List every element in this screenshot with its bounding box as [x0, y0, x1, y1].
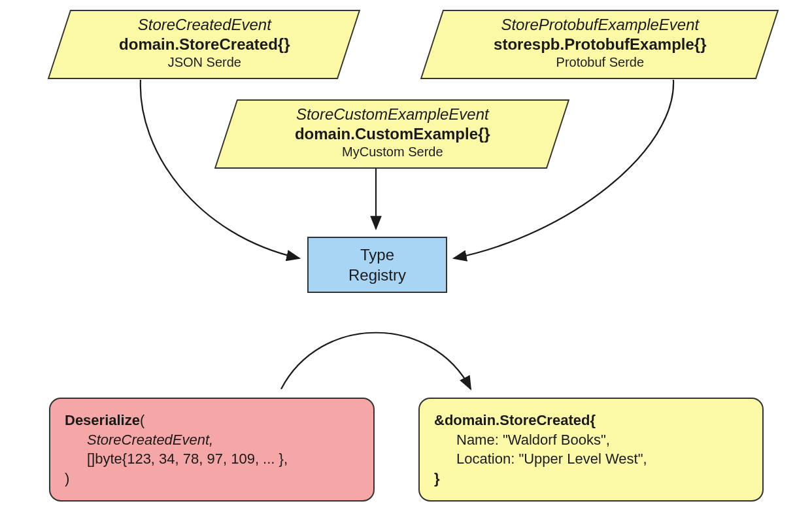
- event-custom-title: StoreCustomExampleEvent: [228, 105, 558, 124]
- result-close-brace: }: [434, 469, 748, 488]
- event-proto-title: StoreProtobufExampleEvent: [433, 15, 767, 35]
- type-registry-line2: Registry: [348, 265, 406, 285]
- event-proto-serde-label: Protobuf Serde: [433, 54, 767, 71]
- deserialize-arg1: StoreCreatedEvent,: [65, 430, 359, 450]
- event-json-type: domain.StoreCreated{}: [61, 35, 348, 54]
- deserialize-fn-name: Deserialize: [65, 412, 140, 428]
- deserialize-call-box: Deserialize( StoreCreatedEvent, []byte{1…: [49, 398, 375, 502]
- arrow-registry-to-result: [281, 333, 471, 389]
- open-paren: (: [140, 412, 144, 428]
- event-json-title: StoreCreatedEvent: [61, 15, 348, 35]
- result-location-line: Location: "Upper Level West",: [434, 449, 748, 469]
- close-paren: ): [65, 469, 359, 488]
- type-registry-line1: Type: [348, 245, 406, 265]
- diagram-canvas: StoreCreatedEvent domain.StoreCreated{} …: [0, 0, 812, 529]
- event-json-serde-label: JSON Serde: [61, 54, 348, 71]
- deserialize-arg2: []byte{123, 34, 78, 97, 109, ... },: [65, 449, 359, 469]
- event-proto-type: storespb.ProtobufExample{}: [433, 35, 767, 54]
- event-json-serde: StoreCreatedEvent domain.StoreCreated{} …: [48, 10, 360, 79]
- deserialize-result-box: &domain.StoreCreated{ Name: "Waldorf Boo…: [418, 398, 764, 502]
- event-protobuf-serde: StoreProtobufExampleEvent storespb.Proto…: [420, 10, 779, 79]
- result-name-line: Name: "Waldorf Books",: [434, 430, 748, 450]
- result-head: &domain.StoreCreated{: [434, 411, 748, 430]
- event-custom-serde: StoreCustomExampleEvent domain.CustomExa…: [214, 99, 569, 169]
- type-registry-box: Type Registry: [307, 237, 447, 293]
- event-custom-type: domain.CustomExample{}: [228, 124, 558, 144]
- event-custom-serde-label: MyCustom Serde: [228, 144, 558, 160]
